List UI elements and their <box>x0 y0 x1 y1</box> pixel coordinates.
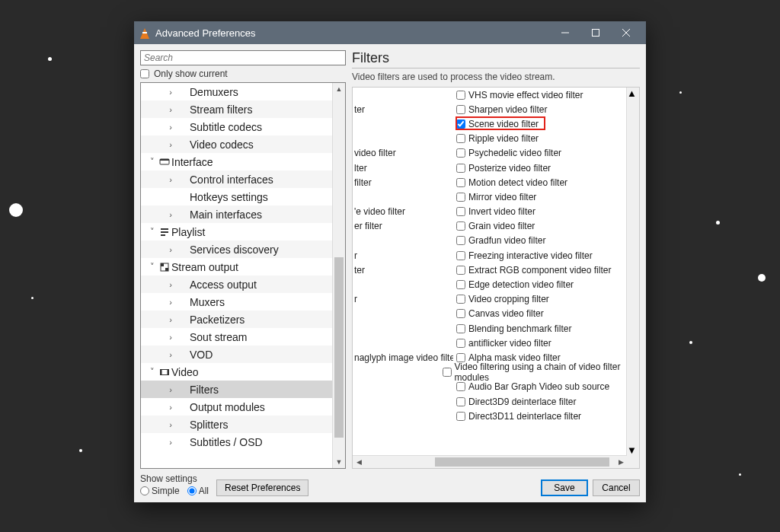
tree-item-filters[interactable]: ›Filters <box>141 381 333 398</box>
filter-checkbox-ripple-video-filter[interactable]: Ripple video filter <box>453 133 539 144</box>
expand-toggle[interactable]: ˅ <box>147 367 158 377</box>
expand-toggle[interactable]: › <box>165 385 176 394</box>
tree-item-output-modules[interactable]: ›Output modules <box>141 398 333 416</box>
expand-toggle[interactable]: › <box>165 420 176 429</box>
tree-item-subtitles-osd[interactable]: ›Subtitles / OSD <box>141 433 333 451</box>
filter-label: Freezing interactive video filter <box>468 250 593 261</box>
filter-checkbox-video-cropping-filter[interactable]: Video cropping filter <box>453 294 549 304</box>
filter-checkbox-vhs-movie-effect-video-filter[interactable]: VHS movie effect video filter <box>453 90 583 100</box>
filter-checkbox-edge-detection-video-filter[interactable]: Edge detection video filter <box>453 279 574 290</box>
svg-rect-13 <box>161 369 162 374</box>
expand-toggle[interactable]: › <box>165 438 176 447</box>
expand-toggle[interactable]: › <box>165 140 176 149</box>
expand-toggle[interactable]: › <box>165 245 176 254</box>
panel-title: Filters <box>352 50 640 68</box>
tree-item-playlist[interactable]: ˅Playlist <box>141 223 333 241</box>
filter-checkbox-posterize-video-filter[interactable]: Posterize video filter <box>453 163 551 174</box>
expand-toggle[interactable]: › <box>165 88 176 97</box>
filter-checkbox-freezing-interactive-video-filter[interactable]: Freezing interactive video filter <box>453 250 593 261</box>
tree-item-splitters[interactable]: ›Splitters <box>141 416 333 433</box>
filter-label: Sharpen video filter <box>468 104 547 115</box>
filter-row: Scene video filter <box>353 116 627 131</box>
filter-checkbox-invert-video-filter[interactable]: Invert video filter <box>453 206 535 217</box>
tree-item-label: Filters <box>190 384 219 396</box>
tree-item-control-interfaces[interactable]: ›Control interfaces <box>141 170 333 188</box>
filter-row: antiflicker video filter <box>353 336 627 350</box>
expand-toggle[interactable]: › <box>165 210 176 219</box>
cancel-button[interactable]: Cancel <box>593 479 640 496</box>
reset-preferences-button[interactable]: Reset Preferences <box>216 479 308 496</box>
tree-item-muxers[interactable]: ›Muxers <box>141 293 333 311</box>
filter-label: Motion detect video filter <box>468 177 567 188</box>
filter-checkbox-direct3d11-deinterlace-filter[interactable]: Direct3D11 deinterlace filter <box>453 411 581 422</box>
scroll-up-icon[interactable]: ▲ <box>627 88 639 99</box>
expand-toggle[interactable]: › <box>165 333 176 342</box>
scroll-down-icon[interactable]: ▼ <box>333 456 345 468</box>
filter-checkbox-mirror-video-filter[interactable]: Mirror video filter <box>453 192 536 202</box>
filter-left-label-fragment: filter <box>353 177 453 188</box>
filter-row: Direct3D9 deinterlace filter <box>353 394 627 409</box>
tree-item-subtitle-codecs[interactable]: ›Subtitle codecs <box>141 118 333 135</box>
expand-toggle[interactable]: › <box>165 280 176 289</box>
scroll-right-icon[interactable]: ▶ <box>615 458 627 466</box>
tree-item-label: Demuxers <box>190 86 238 98</box>
expand-toggle[interactable]: › <box>165 315 176 324</box>
tree-item-video[interactable]: ˅Video <box>141 363 333 381</box>
tree-item-video-codecs[interactable]: ›Video codecs <box>141 135 333 153</box>
tree-item-stream-output[interactable]: ˅Stream output <box>141 258 333 276</box>
expand-toggle[interactable]: ˅ <box>147 262 158 272</box>
expand-toggle[interactable]: ˅ <box>147 157 158 167</box>
tree-item-services-discovery[interactable]: ›Services discovery <box>141 241 333 258</box>
tree-item-access-output[interactable]: ›Access output <box>141 276 333 293</box>
filter-checkbox-motion-detect-video-filter[interactable]: Motion detect video filter <box>453 177 567 188</box>
filter-checkbox-antiflicker-video-filter[interactable]: antiflicker video filter <box>453 338 551 349</box>
svg-rect-14 <box>168 369 169 374</box>
svg-rect-1 <box>593 30 599 37</box>
filter-left-label-fragment: lter <box>353 163 453 174</box>
expand-toggle[interactable]: › <box>165 298 176 307</box>
filters-hscrollbar[interactable]: ◀ ▶ <box>353 455 627 468</box>
filter-checkbox-sharpen-video-filter[interactable]: Sharpen video filter <box>453 104 547 115</box>
filter-checkbox-blending-benchmark-filter[interactable]: Blending benchmark filter <box>453 323 571 334</box>
tree-item-sout-stream[interactable]: ›Sout stream <box>141 328 333 346</box>
save-button[interactable]: Save <box>541 479 588 496</box>
scroll-up-icon[interactable]: ▲ <box>333 83 345 95</box>
expand-toggle[interactable]: › <box>165 175 176 184</box>
expand-toggle[interactable]: ˅ <box>147 227 158 237</box>
tree-scrollbar[interactable]: ▲ ▼ <box>332 83 345 468</box>
filter-checkbox-canvas-video-filter[interactable]: Canvas video filter <box>453 308 544 319</box>
maximize-button[interactable] <box>580 21 611 44</box>
filter-label: Audio Bar Graph Video sub source <box>468 381 609 392</box>
filter-checkbox-scene-video-filter[interactable]: Scene video filter <box>453 119 539 129</box>
expand-toggle[interactable]: › <box>165 403 176 412</box>
expand-toggle[interactable]: › <box>165 105 176 114</box>
tree-item-packetizers[interactable]: ›Packetizers <box>141 311 333 328</box>
expand-toggle[interactable]: › <box>165 350 176 359</box>
filter-row: terExtract RGB component video filter <box>353 263 627 277</box>
filter-checkbox-audio-bar-graph-video-sub-source[interactable]: Audio Bar Graph Video sub source <box>453 381 609 392</box>
filter-checkbox-psychedelic-video-filter[interactable]: Psychedelic video filter <box>453 148 561 158</box>
close-button[interactable] <box>611 21 641 44</box>
search-input[interactable] <box>140 50 346 65</box>
filter-checkbox-grain-video-filter[interactable]: Grain video filter <box>453 221 535 231</box>
vlc-cone-icon <box>139 27 151 39</box>
tree-item-demuxers[interactable]: ›Demuxers <box>141 83 333 100</box>
filter-checkbox-extract-rgb-component-video-filter[interactable]: Extract RGB component video filter <box>453 265 611 276</box>
filter-checkbox-gradfun-video-filter[interactable]: Gradfun video filter <box>453 235 545 246</box>
filter-checkbox-direct3d9-deinterlace-filter[interactable]: Direct3D9 deinterlace filter <box>453 397 576 407</box>
tree-item-main-interfaces[interactable]: ›Main interfaces <box>141 205 333 223</box>
scroll-down-icon[interactable]: ▼ <box>627 444 639 456</box>
tree-item-hotkeys-settings[interactable]: Hotkeys settings <box>141 188 333 205</box>
tree-item-stream-filters[interactable]: ›Stream filters <box>141 100 333 118</box>
filters-vscrollbar[interactable]: ▲ ▼ <box>626 88 639 456</box>
tree-item-label: Interface <box>171 156 213 168</box>
tree-item-vod[interactable]: ›VOD <box>141 346 333 363</box>
radio-all[interactable]: All <box>187 486 209 496</box>
radio-simple[interactable]: Simple <box>140 486 180 496</box>
expand-toggle[interactable]: › <box>165 123 176 132</box>
only-show-current-checkbox[interactable]: Only show current <box>140 67 346 81</box>
filter-label: Direct3D11 deinterlace filter <box>468 411 581 422</box>
scroll-left-icon[interactable]: ◀ <box>353 458 365 466</box>
tree-item-interface[interactable]: ˅Interface <box>141 153 333 170</box>
minimize-button[interactable] <box>550 21 580 44</box>
